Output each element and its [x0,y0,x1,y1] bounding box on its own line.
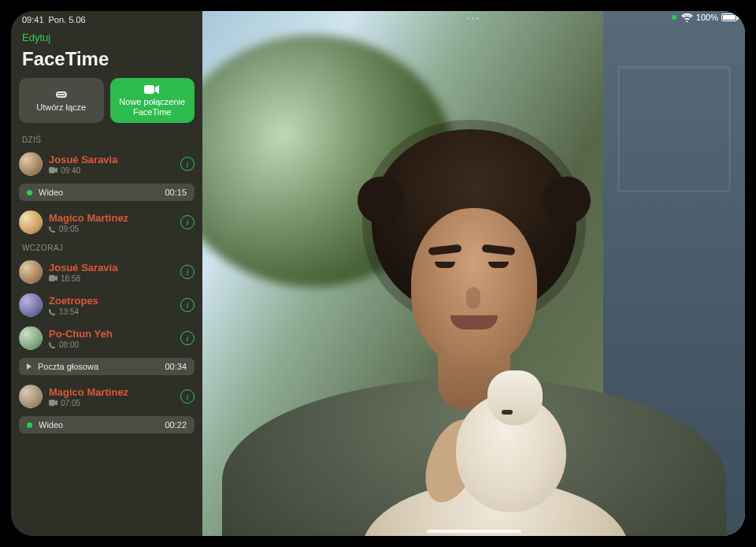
info-button[interactable]: i [180,265,195,279]
call-item[interactable]: Zoetropes 13:54 i [11,288,202,322]
info-button[interactable]: i [180,215,195,229]
call-text: Josué Saravia 16:58 [49,262,174,283]
sub-label: Wideo [39,420,63,430]
avatar [19,210,43,234]
status-bar-left: 09:41 Pon. 5.06 [11,11,202,25]
recents-list[interactable]: DZIŚ Josué Saravia 09:40 i Wideo 00:15 [11,131,202,536]
sub-label: Poczta głosowa [38,362,98,371]
call-meta: 13:54 [49,307,174,316]
call-name: Josué Saravia [49,262,174,274]
call-meta: 07:05 [49,399,174,407]
call-item[interactable]: Josué Saravia 09:40 i [11,147,202,180]
call-item[interactable]: Magico Martinez 07:05 i [11,380,202,413]
info-button[interactable]: i [180,389,195,404]
call-text: Magico Martinez 09:05 [49,212,174,233]
screen: 09:41 Pon. 5.06 Edytuj FaceTime Utwórz ł… [11,11,745,536]
edit-button[interactable]: Edytuj [11,25,202,47]
call-meta: 09:05 [49,225,174,233]
avatar [19,385,43,408]
battery-icon [721,13,737,21]
video-icon [49,167,57,173]
video-icon [144,84,160,95]
phone-icon [49,225,56,233]
call-item[interactable]: Josué Saravia 16:58 i [11,255,202,288]
section-yesterday: WCZORAJ [11,239,202,255]
sub-duration: 00:22 [165,420,187,430]
sub-duration: 00:15 [165,188,187,197]
svg-rect-3 [49,400,55,406]
unread-dot-icon [27,190,32,195]
call-name: Josué Saravia [49,154,174,166]
sub-label: Wideo [39,188,63,197]
ipad-frame: 09:41 Pon. 5.06 Edytuj FaceTime Utwórz ł… [0,0,756,547]
call-time: 13:54 [59,307,79,316]
svg-rect-2 [49,275,55,281]
video-icon [49,400,57,406]
action-buttons: Utwórz łącze Nowe połączenie FaceTime [11,78,202,131]
call-text: Zoetropes 13:54 [49,295,174,316]
call-meta: 16:58 [49,274,174,283]
avatar [19,152,43,176]
call-time: 09:05 [59,225,79,233]
self-view-photo [202,11,745,536]
section-today: DZIŚ [11,131,202,147]
video-message-row[interactable]: Wideo 00:22 [19,416,195,434]
sub-duration: 00:34 [165,362,187,371]
page-title: FaceTime [11,47,202,78]
call-time: 08:00 [59,340,79,349]
camera-indicator-icon [672,15,676,20]
call-name: Magico Martinez [49,386,174,398]
avatar [19,293,43,317]
play-icon [27,363,32,370]
new-facetime-label-2: FaceTime [133,107,172,117]
call-time: 09:40 [61,166,80,175]
call-time: 07:05 [61,399,80,407]
call-time: 16:58 [61,274,80,283]
call-name: Magico Martinez [49,212,174,224]
info-button[interactable]: i [180,157,195,171]
call-meta: 08:00 [49,340,174,349]
info-button[interactable]: i [180,298,195,312]
unread-dot-icon [27,422,32,428]
new-facetime-label-1: Nowe połączenie [119,97,185,107]
call-text: Josué Saravia 09:40 [49,154,174,175]
call-meta: 09:40 [49,166,174,175]
create-link-button[interactable]: Utwórz łącze [19,78,104,123]
svg-rect-1 [49,167,55,173]
phone-icon [49,341,56,348]
call-item[interactable]: Po-Chun Yeh 08:00 i [11,322,202,355]
call-text: Magico Martinez 07:05 [49,386,174,407]
phone-icon [49,308,56,315]
home-indicator[interactable] [427,530,521,533]
call-item[interactable]: Magico Martinez 09:05 i [11,206,202,239]
new-facetime-button[interactable]: Nowe połączenie FaceTime [110,78,195,123]
avatar [19,260,43,284]
status-date: Pon. 5.06 [49,15,86,24]
wifi-icon [681,13,693,22]
status-bar-right: 100% [672,13,737,22]
voicemail-row[interactable]: Poczta głosowa 00:34 [19,358,195,375]
battery-percent: 100% [696,13,718,22]
avatar [19,326,43,350]
create-link-label: Utwórz łącze [36,102,86,113]
facetime-sidebar: 09:41 Pon. 5.06 Edytuj FaceTime Utwórz ł… [11,11,202,536]
video-message-row[interactable]: Wideo 00:15 [19,184,195,201]
call-name: Zoetropes [49,295,174,307]
call-text: Po-Chun Yeh 08:00 [49,328,174,349]
link-icon [54,89,69,100]
call-name: Po-Chun Yeh [49,328,174,340]
camera-preview[interactable]: ••• 100% [202,11,745,536]
svg-rect-0 [144,85,154,94]
info-button[interactable]: i [180,331,195,345]
status-time: 09:41 [22,15,44,24]
multitask-grabber-icon[interactable]: ••• [467,13,481,23]
video-icon [49,275,57,281]
